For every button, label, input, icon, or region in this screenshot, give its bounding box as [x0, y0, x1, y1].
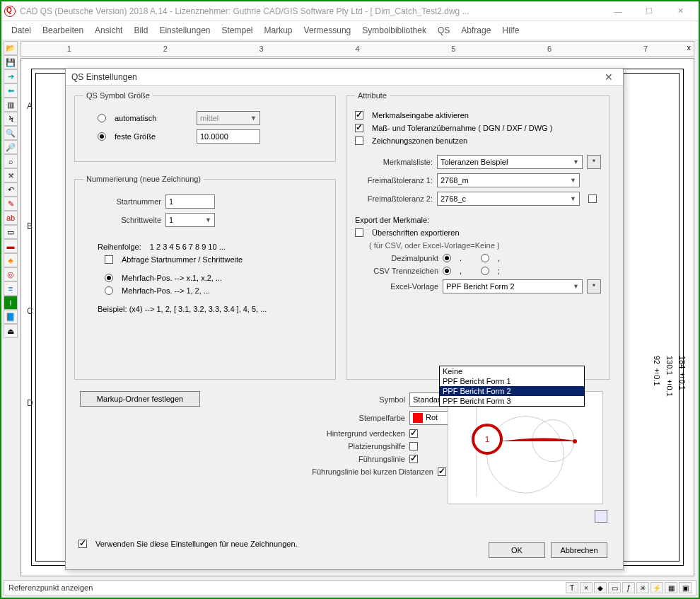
group-symbol-size: QS Symbol Größe automatisch mittel▼ fest… [74, 91, 336, 162]
radio-multi-a[interactable] [105, 274, 113, 282]
checkbox-leader-short[interactable] [438, 467, 446, 476]
pan-icon[interactable]: ⤧ [4, 168, 18, 182]
save-preview-icon[interactable] [595, 510, 607, 523]
pencil-icon[interactable]: ✎ [4, 197, 18, 211]
radio-fixed[interactable] [98, 132, 106, 141]
status-text: Referenzpunkt anzeigen [8, 583, 93, 592]
group-legend: Nummerierung (neue Zeichnung) [83, 175, 204, 183]
stamp-icon[interactable]: ▬ [4, 239, 18, 253]
status-icon[interactable]: ▦ [665, 582, 677, 593]
checkbox-ask-start[interactable] [105, 255, 113, 264]
levels-icon[interactable]: ≡ [4, 281, 18, 296]
open-icon[interactable]: 📂 [4, 41, 18, 55]
arrow-left-icon[interactable]: ⬅ [4, 83, 18, 98]
status-icon[interactable]: ƒ [622, 582, 635, 593]
excel-template-combo[interactable]: PPF Bericht Form 2▼ [443, 279, 583, 293]
radio-multi-b[interactable] [105, 286, 113, 295]
status-icon[interactable]: T [566, 582, 578, 593]
excel-template-dropdown[interactable]: Keine PPF Bericht Form 1 PPF Bericht For… [439, 366, 585, 407]
arrow-right-icon[interactable]: ➔ [4, 69, 18, 83]
status-icon[interactable]: × [580, 582, 593, 593]
menu-item[interactable]: Bild [129, 24, 152, 37]
exit-icon[interactable]: ⏏ [4, 324, 18, 338]
dropdown-option[interactable]: PPF Bericht Form 3 [440, 396, 584, 406]
ruler-number: 1 [67, 45, 71, 53]
radio-csv-semi[interactable] [481, 267, 489, 275]
checkbox-label: Überschriften exportieren [372, 228, 460, 237]
dialog-close-icon[interactable]: ✕ [600, 71, 617, 83]
menu-item[interactable]: Symbolbibliothek [358, 24, 431, 37]
group-numbering: Nummerierung (neue Zeichnung) Startnumme… [74, 175, 336, 380]
radio-auto[interactable] [98, 114, 106, 122]
dropdown-option-selected[interactable]: PPF Bericht Form 2 [440, 386, 584, 396]
app-icon [4, 6, 16, 17]
use-for-new-row: Verwenden Sie diese Einstellungen für ne… [78, 540, 298, 548]
menu-item[interactable]: Stempel [218, 24, 257, 37]
status-icon[interactable]: ✳ [636, 582, 649, 593]
minimize-button[interactable]: — [602, 1, 634, 21]
fixed-size-input[interactable] [197, 129, 260, 144]
menu-item[interactable]: Hilfe [498, 24, 523, 37]
tool-icon[interactable]: Ϟ [4, 112, 18, 126]
maximize-button[interactable]: ☐ [634, 1, 665, 21]
dropdown-option[interactable]: Keine [440, 366, 584, 376]
undo-icon[interactable]: ↶ [4, 182, 18, 197]
menu-item[interactable]: Ansicht [91, 24, 127, 37]
menu-item[interactable]: Einstellungen [155, 24, 214, 37]
step-combo[interactable]: 1▼ [165, 213, 215, 227]
save-icon[interactable]: 💾 [4, 55, 18, 69]
status-icon[interactable]: ◆ [594, 582, 607, 593]
start-number-input[interactable] [165, 194, 215, 209]
tolerance1-combo[interactable]: 2768_m▼ [437, 173, 580, 187]
checkbox-use-for-new[interactable] [78, 540, 87, 548]
menu-item[interactable]: Markup [260, 24, 297, 37]
help-icon[interactable]: 📘 [4, 310, 18, 324]
label: Freimaßtoleranz 2: [355, 194, 433, 203]
tolerance2-combo[interactable]: 2768_c▼ [437, 192, 580, 206]
text-icon[interactable]: ab [4, 211, 18, 225]
checkbox-hide-background[interactable] [409, 429, 418, 438]
dropdown-option[interactable]: PPF Bericht Form 1 [440, 376, 584, 386]
status-icon[interactable]: ⚡ [651, 582, 663, 593]
label: Schrittweite [98, 216, 161, 224]
feature-list-combo[interactable]: Toleranzen Beispiel▼ [437, 155, 583, 169]
close-button[interactable]: ✕ [665, 1, 696, 21]
dialog-titlebar[interactable]: QS Einstellungen ✕ [66, 69, 623, 86]
menu-item[interactable]: Vermessung [300, 24, 356, 37]
menu-item[interactable]: Datei [7, 24, 35, 37]
grid-icon[interactable]: ▥ [4, 98, 18, 112]
menu-item[interactable]: Bearbeiten [38, 24, 88, 37]
zoom-in-icon[interactable]: 🔍 [4, 126, 18, 140]
checkbox-ft2[interactable] [588, 194, 597, 203]
ruler-letter: D [27, 398, 33, 408]
radio-csv-comma[interactable] [443, 267, 451, 275]
markup-folder-button[interactable]: Markup-Ordner festlegen [80, 391, 200, 407]
ok-button[interactable]: OK [489, 542, 545, 558]
zoom-out-icon[interactable]: 🔎 [4, 140, 18, 154]
label: Symbol [278, 395, 405, 404]
checkbox-leader[interactable] [409, 455, 418, 463]
radio-dec-dot[interactable] [443, 254, 451, 262]
status-icon[interactable]: ▣ [679, 582, 692, 593]
radio-dec-comma[interactable] [481, 254, 489, 262]
status-icon[interactable]: ▭ [608, 582, 621, 593]
zoom-window-icon[interactable]: ⌕ [4, 154, 18, 168]
checkbox-tolerance[interactable] [355, 124, 363, 132]
checkbox-feature[interactable] [355, 111, 363, 120]
target-icon[interactable]: ◎ [4, 267, 18, 281]
checkbox-zones[interactable] [355, 136, 363, 145]
feature-list-star-button[interactable]: * [587, 155, 601, 169]
menu-bar: Datei Bearbeiten Ansicht Bild Einstellun… [1, 21, 699, 40]
cancel-button[interactable]: Abbrechen [551, 542, 607, 558]
checkbox-export-headers[interactable] [355, 228, 363, 237]
callout-bubble: 1 [472, 424, 503, 455]
checkbox-placement-aid[interactable] [409, 442, 418, 450]
excel-template-star-button[interactable]: * [587, 279, 601, 293]
symbol-preview [448, 391, 603, 504]
menu-item[interactable]: Abfrage [457, 24, 495, 37]
info-icon[interactable]: i [4, 296, 18, 310]
rect-icon[interactable]: ▭ [4, 225, 18, 239]
flame-icon[interactable]: ♣ [4, 253, 18, 267]
menu-item[interactable]: QS [433, 24, 454, 37]
ruler-close-icon[interactable]: x [687, 43, 692, 52]
